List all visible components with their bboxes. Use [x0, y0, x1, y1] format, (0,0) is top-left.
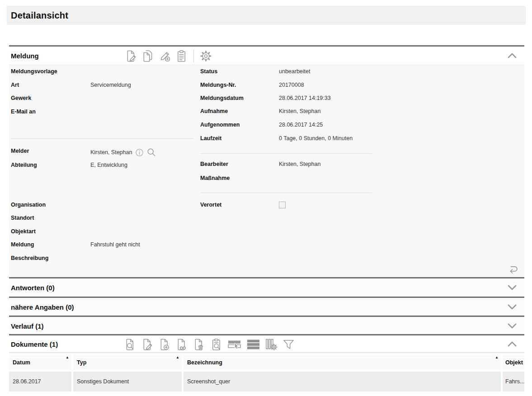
field-label: Organisation — [11, 202, 90, 208]
field-row: MeldungFahrstuhl geht nicht — [11, 241, 201, 248]
field-label: Objektart — [11, 228, 90, 235]
chevron-down-icon[interactable] — [506, 322, 518, 330]
field-value: Kirsten, Stephan — [279, 108, 320, 114]
field-row: Maßnahme — [200, 175, 390, 181]
field-label: Art — [11, 82, 90, 88]
chevron-down-icon[interactable] — [506, 303, 518, 311]
cell-typ: Sonstiges Dokument — [73, 372, 182, 391]
field-row: E-Mail an — [11, 108, 201, 115]
field-value: 0 Tage, 0 Stunden, 0 Minuten — [279, 135, 353, 141]
field-row: ArtServicemeldung — [11, 82, 201, 88]
field-label: Meldungsdatum — [200, 95, 279, 101]
column-header-typ[interactable]: Typ ▲ — [73, 355, 182, 370]
field-label: Beschreibung — [11, 255, 90, 261]
annotate-add-icon[interactable] — [159, 49, 171, 62]
column-header-bezeichnung[interactable]: Bezeichnung ▲ — [184, 355, 501, 370]
search-icon[interactable] — [147, 148, 156, 157]
clipboard-search-icon[interactable] — [210, 338, 222, 351]
section-header-naehere-angaben[interactable]: nähere Angaben (0) — [9, 298, 524, 316]
melder-value: Kirsten, Stephan — [90, 149, 132, 156]
verortet-checkbox[interactable] — [279, 202, 286, 208]
page-title: Detailansicht — [7, 10, 68, 21]
table-columns-settings-icon[interactable] — [265, 338, 278, 351]
copy-document-icon[interactable] — [142, 49, 154, 62]
field-value: 20170008 — [279, 82, 304, 88]
field-value: Servicemeldung — [90, 82, 131, 88]
section-header-meldung: Meldung — [9, 47, 524, 65]
field-row: BearbeiterKirsten, Stephan — [200, 161, 390, 167]
field-value: Fahrstuhl geht nicht — [90, 241, 140, 248]
meldung-fields-right: Statusunbearbeitet Meldungs-Nr.20170008 … — [200, 65, 390, 278]
edit-document-icon[interactable] — [125, 49, 137, 62]
field-value: Kirsten, Stephan — [279, 161, 320, 167]
field-row-melder: Melder Kirsten, Stephan — [11, 148, 201, 157]
section-header-antworten[interactable]: Antworten (0) — [9, 278, 524, 297]
field-row: Aufgenommen28.06.2017 14:25 — [200, 122, 390, 128]
field-label: Gewerk — [11, 95, 90, 101]
meldung-content: Meldungsvorlage ArtServicemeldung Gewerk… — [9, 65, 524, 277]
toolbar-separator — [193, 50, 194, 62]
chevron-down-icon[interactable] — [506, 283, 518, 292]
meldung-toolbar — [125, 49, 212, 62]
dokumente-table: Datum ▲ Typ ▲ Bezeichnung ▲ Objekt 28.06… — [9, 355, 524, 391]
field-row: Statusunbearbeitet — [200, 68, 390, 75]
document-delete-icon[interactable] — [193, 338, 205, 351]
sort-asc-icon: ▲ — [176, 355, 179, 359]
filter-funnel-icon[interactable] — [282, 338, 295, 351]
column-label: Typ — [77, 359, 86, 366]
field-value: 28.06.2017 14:25 — [279, 122, 323, 128]
field-row: Standort — [11, 215, 201, 221]
section-title: Verlauf (1) — [11, 322, 44, 330]
field-row: AbteilungE, Entwicklung — [11, 162, 201, 168]
document-edit-icon[interactable] — [141, 338, 154, 351]
field-row: Beschreibung — [11, 255, 201, 261]
sort-asc-icon: ▲ — [495, 355, 499, 359]
field-value: 28.06.2017 14:19:33 — [279, 95, 331, 101]
field-label: Meldung — [11, 241, 90, 248]
info-icon[interactable] — [135, 148, 144, 157]
document-link-icon[interactable] — [176, 338, 188, 351]
field-label: Aufnahme — [200, 108, 279, 114]
field-value: unbearbeitet — [279, 68, 311, 75]
field-label: Meldungsvorlage — [11, 68, 90, 75]
section-header-verlauf[interactable]: Verlauf (1) — [9, 317, 524, 335]
field-label: Melder — [11, 148, 90, 154]
field-row: Laufzeit0 Tage, 0 Stunden, 0 Minuten — [200, 135, 390, 141]
sort-asc-icon: ▲ — [66, 355, 69, 359]
field-label: Status — [200, 68, 279, 75]
field-group-divider — [11, 138, 193, 139]
section-title-meldung: Meldung — [11, 52, 39, 60]
return-arrow-icon[interactable] — [507, 263, 521, 275]
document-add-icon[interactable] — [159, 338, 171, 351]
table-top-divider — [9, 352, 524, 353]
column-label: Objekt — [505, 359, 523, 366]
cell-bezeichnung: Screenshot_quer — [184, 372, 501, 391]
cell-datum: 28.06.2017 — [9, 372, 71, 391]
field-row: AufnahmeKirsten, Stephan — [200, 108, 390, 114]
field-value — [279, 202, 286, 208]
page-header: Detailansicht — [7, 6, 526, 25]
column-header-datum[interactable]: Datum ▲ — [9, 355, 71, 370]
field-row: Gewerk — [11, 95, 201, 101]
detail-view: Detailansicht Meldung — [0, 0, 532, 396]
settings-gear-icon[interactable] — [200, 49, 212, 62]
field-label: Maßnahme — [200, 175, 279, 181]
field-row: Meldungsdatum28.06.2017 14:19:33 — [200, 95, 390, 101]
section-title-dokumente: Dokumente (1) — [11, 340, 58, 348]
field-label: Aufgenommen — [200, 122, 279, 128]
column-header-objekt[interactable]: Objekt — [503, 355, 524, 370]
field-label: Verortet — [200, 202, 279, 208]
clipboard-protocol-icon[interactable] — [175, 49, 188, 62]
column-label: Datum — [13, 359, 30, 366]
document-preview-icon[interactable] — [124, 338, 137, 351]
table-rows-icon[interactable] — [246, 338, 260, 351]
section-title: nähere Angaben (0) — [11, 303, 74, 311]
field-label: Abteilung — [11, 162, 90, 168]
chevron-up-icon[interactable] — [506, 52, 518, 60]
chevron-up-icon[interactable] — [506, 340, 518, 348]
table-row[interactable]: 28.06.2017 Sonstiges Dokument Screenshot… — [9, 372, 524, 391]
field-row: Meldungsvorlage — [11, 68, 201, 75]
table-row-select-icon[interactable] — [227, 338, 241, 351]
field-label: E-Mail an — [11, 108, 90, 115]
field-row: Objektart — [11, 228, 201, 235]
